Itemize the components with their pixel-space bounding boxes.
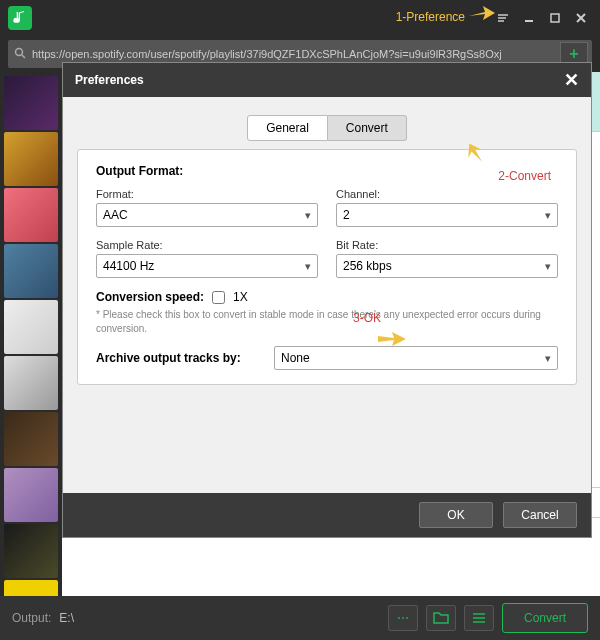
annotation-preference: 1-Preference <box>396 10 465 24</box>
thumbnail[interactable] <box>4 76 58 130</box>
thumbnail[interactable] <box>4 524 58 578</box>
thumbnail[interactable] <box>4 132 58 186</box>
search-icon <box>8 47 32 62</box>
menu-icon[interactable] <box>492 7 514 29</box>
annotation-convert: 2-Convert <box>498 169 551 183</box>
tab-general[interactable]: General <box>247 115 328 141</box>
ok-button[interactable]: OK <box>419 502 493 528</box>
annotation-arrow-1 <box>467 2 495 27</box>
channel-select[interactable]: 2 <box>336 203 558 227</box>
sample-rate-label: Sample Rate: <box>96 239 318 251</box>
folder-icon[interactable] <box>426 605 456 631</box>
cancel-button[interactable]: Cancel <box>503 502 577 528</box>
annotation-arrow-2 <box>463 139 491 170</box>
list-icon[interactable] <box>464 605 494 631</box>
close-icon[interactable] <box>570 7 592 29</box>
speed-1x: 1X <box>233 290 248 304</box>
archive-label: Archive output tracks by: <box>96 351 256 365</box>
tab-bar: General Convert <box>77 115 577 141</box>
thumbnail-list: TROIS CAFÉS <box>0 72 62 600</box>
modal-title: Preferences <box>75 73 144 87</box>
output-format-panel: Output Format: Format: AAC Channel: 2 Sa… <box>77 149 577 385</box>
sample-rate-select[interactable]: 44100 Hz <box>96 254 318 278</box>
thumbnail[interactable] <box>4 300 58 354</box>
footer-bar: Output: E:\ ⋯ Convert <box>0 596 600 640</box>
browse-icon[interactable]: ⋯ <box>388 605 418 631</box>
format-label: Format: <box>96 188 318 200</box>
archive-select[interactable]: None <box>274 346 558 370</box>
svg-line-8 <box>22 55 25 58</box>
window-controls <box>492 7 592 29</box>
annotation-arrow-3 <box>376 328 406 353</box>
maximize-icon[interactable] <box>544 7 566 29</box>
thumbnail[interactable] <box>4 468 58 522</box>
thumbnail[interactable] <box>4 412 58 466</box>
speed-label: Conversion speed: <box>96 290 204 304</box>
convert-button[interactable]: Convert <box>502 603 588 633</box>
url-input[interactable] <box>32 48 556 60</box>
modal-header: Preferences ✕ <box>63 63 591 97</box>
speed-checkbox[interactable] <box>212 291 225 304</box>
bit-rate-label: Bit Rate: <box>336 239 558 251</box>
channel-label: Channel: <box>336 188 558 200</box>
preferences-modal: Preferences ✕ General Convert 2-Convert … <box>62 62 592 538</box>
svg-rect-4 <box>551 14 559 22</box>
modal-footer: OK Cancel <box>63 493 591 537</box>
thumbnail[interactable] <box>4 356 58 410</box>
annotation-ok: 3-OK <box>353 311 381 325</box>
hint-text: * Please check this box to convert in st… <box>96 308 558 336</box>
tab-convert[interactable]: Convert <box>328 115 407 141</box>
minimize-icon[interactable] <box>518 7 540 29</box>
thumbnail[interactable] <box>4 188 58 242</box>
modal-close-icon[interactable]: ✕ <box>564 69 579 91</box>
output-label: Output: <box>12 611 51 625</box>
svg-point-7 <box>16 48 23 55</box>
bit-rate-select[interactable]: 256 kbps <box>336 254 558 278</box>
output-path: E:\ <box>59 611 119 625</box>
titlebar: 1-Preference <box>0 0 600 36</box>
thumbnail[interactable] <box>4 244 58 298</box>
format-select[interactable]: AAC <box>96 203 318 227</box>
app-logo <box>8 6 32 30</box>
